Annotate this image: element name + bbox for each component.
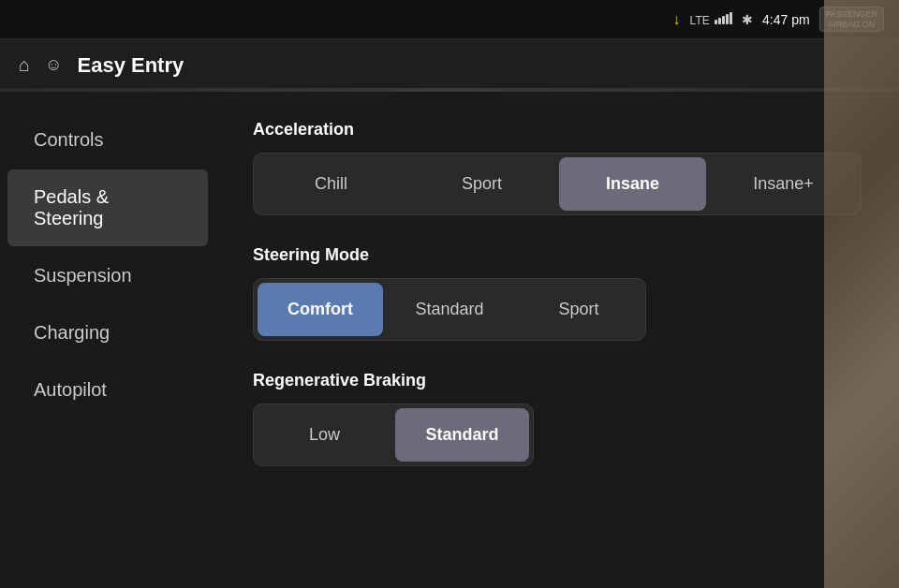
- page-title: Easy Entry: [77, 53, 184, 78]
- sidebar: Controls Pedals & Steering Suspension Ch…: [0, 92, 215, 588]
- regen-low-button[interactable]: Low: [258, 408, 391, 462]
- right-decorative-panel: [824, 0, 899, 588]
- acceleration-sport-button[interactable]: Sport: [408, 157, 555, 211]
- steering-button-group: Comfort Standard Sport: [253, 278, 646, 341]
- content-area: Acceleration Chill Sport Insane Insane+ …: [215, 92, 899, 588]
- steering-standard-button[interactable]: Standard: [387, 283, 512, 336]
- steering-title: Steering Mode: [253, 245, 862, 265]
- header-bar: ⌂ ☺ Easy Entry: [0, 39, 899, 92]
- regen-title: Regenerative Braking: [253, 371, 862, 390]
- time-display: 4:47 pm: [762, 12, 810, 27]
- regen-section: Regenerative Braking Low Standard: [253, 371, 862, 466]
- bluetooth-icon: ✱: [742, 12, 753, 27]
- acceleration-insane-button[interactable]: Insane: [559, 157, 706, 211]
- sidebar-item-suspension[interactable]: Suspension: [7, 248, 208, 303]
- profile-icon[interactable]: ☺: [45, 55, 62, 75]
- home-icon[interactable]: ⌂: [19, 54, 30, 76]
- lte-label: LTE: [690, 11, 732, 27]
- download-icon: ↓: [673, 11, 681, 28]
- acceleration-title: Acceleration: [253, 120, 862, 140]
- sidebar-item-controls[interactable]: Controls: [7, 112, 208, 168]
- regen-standard-button[interactable]: Standard: [395, 408, 529, 462]
- acceleration-section: Acceleration Chill Sport Insane Insane+: [253, 120, 862, 215]
- sidebar-item-charging[interactable]: Charging: [7, 305, 208, 360]
- acceleration-button-group: Chill Sport Insane Insane+: [253, 153, 862, 215]
- main-layout: Controls Pedals & Steering Suspension Ch…: [0, 92, 899, 588]
- steering-comfort-button[interactable]: Comfort: [258, 283, 383, 336]
- steering-sport-button[interactable]: Sport: [516, 283, 641, 336]
- sidebar-item-autopilot[interactable]: Autopilot: [7, 362, 208, 418]
- steering-section: Steering Mode Comfort Standard Sport: [253, 245, 862, 341]
- regen-button-group: Low Standard: [253, 404, 534, 466]
- sidebar-item-pedals-steering[interactable]: Pedals & Steering: [7, 169, 208, 246]
- status-bar: ↓ LTE ✱ 4:47 pm PASSENGERAIRBAG ON: [0, 0, 899, 39]
- acceleration-chill-button[interactable]: Chill: [258, 157, 405, 211]
